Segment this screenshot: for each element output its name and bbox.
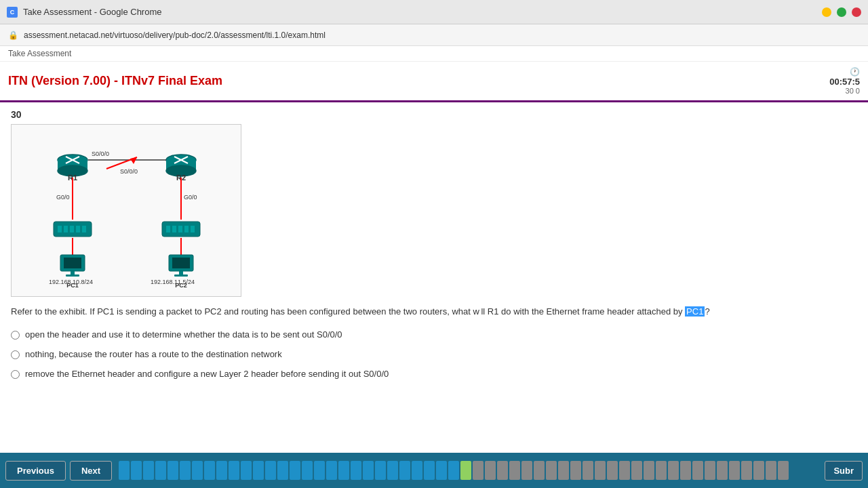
svg-rect-38 — [66, 274, 79, 277]
progress-dot[interactable] — [412, 461, 422, 480]
next-button[interactable]: Next — [70, 461, 112, 481]
progress-dot[interactable] — [473, 461, 484, 480]
progress-dot[interactable] — [485, 461, 496, 480]
progress-dot[interactable] — [631, 461, 642, 480]
progress-dot[interactable] — [399, 461, 410, 480]
progress-dot[interactable] — [351, 461, 361, 480]
progress-dot[interactable] — [363, 461, 374, 480]
svg-rect-23 — [64, 226, 68, 232]
radio-ans3[interactable] — [11, 370, 20, 379]
answer-option-1: open the header and use it to determine … — [11, 329, 857, 340]
progress-dot[interactable] — [387, 461, 398, 480]
progress-dot[interactable] — [314, 461, 325, 480]
progress-dot[interactable] — [753, 461, 764, 480]
progress-dot[interactable] — [180, 461, 191, 480]
svg-marker-14 — [130, 157, 137, 164]
progress-dot[interactable] — [509, 461, 520, 480]
maximize-button[interactable] — [837, 7, 846, 17]
svg-text:192.168.10.8/24: 192.168.10.8/24 — [49, 279, 93, 285]
progress-dot[interactable] — [583, 461, 593, 480]
progress-dot[interactable] — [619, 461, 630, 480]
browser-favicon-icon: C — [7, 7, 18, 18]
answer-label-2[interactable]: nothing, because the router has a route … — [25, 349, 282, 359]
progress-dot[interactable] — [741, 461, 752, 480]
submit-button[interactable]: Subr — [825, 461, 863, 481]
breadcrumb-text: Take Assessment — [8, 49, 71, 58]
breadcrumb: Take Assessment — [0, 46, 868, 62]
svg-rect-25 — [76, 226, 80, 232]
browser-title: Take Assessment - Google Chrome — [23, 7, 161, 17]
progress-dot[interactable] — [595, 461, 606, 480]
progress-dot[interactable] — [204, 461, 215, 480]
progress-dot[interactable] — [436, 461, 447, 480]
network-diagram-container: R1 R2 S0/0/0 S0/0/0 G0/0 — [11, 124, 241, 297]
svg-text:S0/0/0: S0/0/0 — [92, 150, 109, 157]
progress-dot[interactable] — [460, 461, 471, 480]
progress-dot[interactable] — [778, 461, 789, 480]
progress-dot[interactable] — [521, 461, 532, 480]
browser-controls — [822, 7, 861, 17]
exam-title: ITN (Version 7.00) - ITNv7 Final Exam — [8, 74, 222, 88]
progress-dot[interactable] — [656, 461, 667, 480]
progress-dot[interactable] — [143, 461, 154, 480]
progress-dot[interactable] — [277, 461, 288, 480]
question-text-part2: ll R1 do with the Ethernet frame header … — [481, 306, 685, 317]
svg-rect-29 — [172, 226, 176, 232]
progress-dot[interactable] — [216, 461, 227, 480]
svg-rect-42 — [179, 271, 183, 274]
svg-text:192.168.11.5/24: 192.168.11.5/24 — [151, 279, 195, 285]
highlighted-pc1: PC1 — [685, 306, 705, 317]
progress-dot[interactable] — [497, 461, 508, 480]
question-text-end: ? — [705, 306, 709, 317]
progress-dot[interactable] — [558, 461, 569, 480]
progress-dot[interactable] — [766, 461, 776, 480]
svg-rect-30 — [178, 226, 182, 232]
progress-dot[interactable] — [424, 461, 435, 480]
progress-dot[interactable] — [705, 461, 715, 480]
svg-rect-43 — [174, 274, 188, 277]
svg-rect-36 — [64, 258, 81, 268]
progress-dot[interactable] — [570, 461, 581, 480]
progress-dot[interactable] — [326, 461, 337, 480]
answer-label-1[interactable]: open the header and use it to determine … — [25, 329, 342, 340]
progress-dot[interactable] — [155, 461, 166, 480]
progress-dot[interactable] — [290, 461, 300, 480]
answer-label-3[interactable]: remove the Ethernet header and configure… — [25, 369, 389, 379]
radio-ans2[interactable] — [11, 350, 20, 359]
progress-dot[interactable] — [729, 461, 740, 480]
exam-header: ITN (Version 7.00) - ITNv7 Final Exam 🕐 … — [0, 62, 868, 102]
svg-text:G0/0: G0/0 — [184, 194, 197, 201]
progress-dot[interactable] — [668, 461, 679, 480]
answer-option-2: nothing, because the router has a route … — [11, 349, 857, 359]
progress-dot[interactable] — [692, 461, 703, 480]
progress-dot[interactable] — [119, 461, 130, 480]
url-text[interactable]: assessment.netacad.net/virtuoso/delivery… — [24, 30, 326, 40]
progress-dot[interactable] — [192, 461, 203, 480]
timer-icon: 🕐 — [850, 67, 860, 77]
progress-dot[interactable] — [546, 461, 557, 480]
progress-dot[interactable] — [253, 461, 264, 480]
progress-dot[interactable] — [607, 461, 618, 480]
minimize-button[interactable] — [822, 7, 831, 17]
progress-dot[interactable] — [448, 461, 459, 480]
svg-text:G0/0: G0/0 — [56, 194, 70, 201]
svg-rect-26 — [82, 226, 86, 232]
progress-dot[interactable] — [241, 461, 252, 480]
timer-value: 00:57:5 — [829, 77, 860, 87]
progress-dot[interactable] — [375, 461, 386, 480]
radio-ans1[interactable] — [11, 331, 20, 340]
progress-dot[interactable] — [167, 461, 178, 480]
question-text-part1: Refer to the exhibit. If PC1 is sending … — [11, 306, 479, 317]
progress-dot[interactable] — [338, 461, 349, 480]
lock-icon: 🔒 — [8, 30, 18, 40]
progress-dot[interactable] — [229, 461, 239, 480]
progress-dot[interactable] — [534, 461, 545, 480]
progress-dot[interactable] — [302, 461, 313, 480]
progress-dot[interactable] — [131, 461, 142, 480]
close-button[interactable] — [852, 7, 861, 17]
progress-dot[interactable] — [644, 461, 654, 480]
progress-dot[interactable] — [265, 461, 276, 480]
progress-dot[interactable] — [680, 461, 691, 480]
previous-button[interactable]: Previous — [5, 461, 66, 481]
progress-dot[interactable] — [717, 461, 728, 480]
